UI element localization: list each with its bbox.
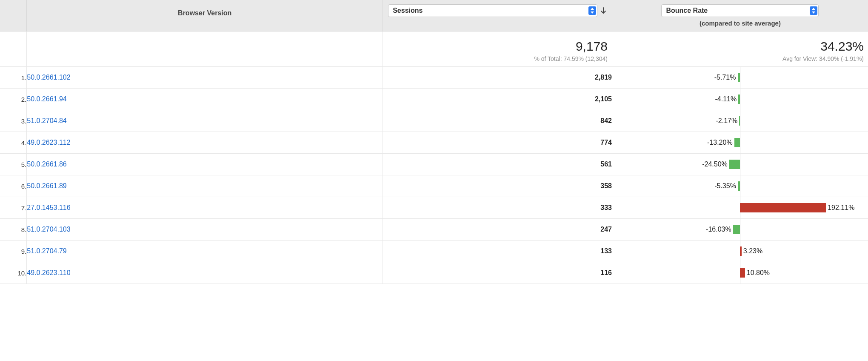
table-row: 1.50.0.2661.1022,819-5.71%	[0, 67, 868, 89]
bounce-comparison-cell: 3.23%	[612, 241, 868, 262]
browser-version-label: Browser Version	[27, 0, 383, 26]
negative-bar	[729, 160, 740, 169]
header-index	[0, 0, 27, 32]
midline	[740, 219, 740, 240]
row-index: 10.	[0, 262, 27, 284]
row-index: 2.	[0, 89, 27, 110]
bounce-comparison-cell: 192.11%	[612, 197, 868, 219]
bounce-comparison-cell: -5.71%	[612, 67, 868, 89]
bounce-comparison-cell: -24.50%	[612, 154, 868, 175]
bounce-comparison-cell: -5.35%	[612, 175, 868, 197]
midline	[740, 89, 740, 110]
browser-version-link[interactable]: 51.0.2704.84	[27, 117, 66, 124]
browser-version-link[interactable]: 49.0.2623.112	[27, 139, 70, 146]
sessions-value: 133	[383, 241, 612, 262]
midline	[740, 67, 740, 88]
sessions-value: 774	[383, 132, 612, 154]
bounce-delta-label: -16.03%	[706, 226, 731, 233]
bounce-select-label: Bounce Rate	[666, 7, 708, 14]
negative-bar	[733, 225, 740, 234]
positive-bar	[740, 203, 826, 212]
sessions-value: 358	[383, 175, 612, 197]
table-row: 3.51.0.2704.84842-2.17%	[0, 110, 868, 132]
row-index: 4.	[0, 132, 27, 154]
sessions-subtext: % of Total: 74.59% (12,304)	[387, 55, 608, 62]
browser-version-cell: 51.0.2704.84	[27, 110, 383, 132]
bounce-delta-label: -13.20%	[707, 139, 733, 146]
browser-version-cell: 27.0.1453.116	[27, 197, 383, 219]
browser-version-link[interactable]: 51.0.2704.79	[27, 247, 66, 255]
row-index: 9.	[0, 241, 27, 262]
positive-bar	[740, 246, 741, 256]
header-row: Browser Version Sessions	[0, 0, 868, 32]
select-arrows-icon	[588, 6, 596, 15]
table-row: 7.27.0.1453.116333192.11%	[0, 197, 868, 219]
negative-bar	[738, 181, 740, 191]
positive-bar	[740, 268, 745, 278]
table-row: 10.49.0.2623.11011610.80%	[0, 262, 868, 284]
browser-version-cell: 50.0.2661.102	[27, 67, 383, 89]
negative-bar	[739, 116, 740, 126]
bounce-subtitle: (compared to site average)	[617, 20, 863, 27]
midline	[740, 110, 740, 132]
bounce-comparison-cell: -13.20%	[612, 132, 868, 154]
browser-version-cell: 50.0.2661.86	[27, 154, 383, 175]
browser-version-link[interactable]: 50.0.2661.86	[27, 160, 66, 168]
bounce-delta-label: 192.11%	[828, 204, 854, 212]
bounce-total: 34.23%	[617, 39, 864, 54]
sessions-select-label: Sessions	[393, 7, 423, 14]
header-browser-version[interactable]: Browser Version	[27, 0, 383, 32]
header-bounce-rate: Bounce Rate (compared to site average)	[612, 0, 868, 32]
sessions-value: 2,819	[383, 67, 612, 89]
table-row: 9.51.0.2704.791333.23%	[0, 241, 868, 262]
browser-version-link[interactable]: 50.0.2661.94	[27, 95, 66, 103]
browser-version-link[interactable]: 50.0.2661.89	[27, 182, 66, 189]
row-index: 6.	[0, 175, 27, 197]
negative-bar	[734, 138, 740, 147]
browser-version-link[interactable]: 51.0.2704.103	[27, 226, 70, 233]
table-row: 4.49.0.2623.112774-13.20%	[0, 132, 868, 154]
sessions-value: 561	[383, 154, 612, 175]
bounce-delta-label: -2.17%	[716, 117, 738, 125]
bounce-delta-label: 10.80%	[747, 269, 770, 277]
row-index: 3.	[0, 110, 27, 132]
bounce-delta-label: -5.35%	[714, 182, 736, 190]
bounce-subtext: Avg for View: 34.90% (-1.91%)	[617, 55, 864, 62]
sessions-value: 247	[383, 219, 612, 241]
table-row: 6.50.0.2661.89358-5.35%	[0, 175, 868, 197]
negative-bar	[738, 95, 740, 104]
header-sessions: Sessions	[383, 0, 612, 32]
bounce-comparison-cell: 10.80%	[612, 262, 868, 284]
bounce-delta-label: -24.50%	[702, 160, 728, 168]
browser-version-link[interactable]: 49.0.2623.110	[27, 269, 70, 276]
browser-version-cell: 50.0.2661.94	[27, 89, 383, 110]
table-row: 2.50.0.2661.942,105-4.11%	[0, 89, 868, 110]
bounce-metric-select[interactable]: Bounce Rate	[661, 4, 819, 17]
bounce-delta-label: -4.11%	[715, 95, 737, 103]
sort-descending-icon[interactable]	[600, 7, 607, 14]
summary-row: 9,178 % of Total: 74.59% (12,304) 34.23%…	[0, 32, 868, 67]
bounce-comparison-cell: -2.17%	[612, 110, 868, 132]
table-row: 8.51.0.2704.103247-16.03%	[0, 219, 868, 241]
browser-version-cell: 51.0.2704.79	[27, 241, 383, 262]
midline	[740, 154, 740, 175]
sessions-value: 842	[383, 110, 612, 132]
sessions-value: 2,105	[383, 89, 612, 110]
sessions-metric-select[interactable]: Sessions	[388, 4, 597, 17]
browser-version-link[interactable]: 27.0.1453.116	[27, 204, 70, 211]
bounce-delta-label: 3.23%	[743, 247, 762, 255]
row-index: 1.	[0, 67, 27, 89]
bounce-comparison-cell: -4.11%	[612, 89, 868, 110]
table-row: 5.50.0.2661.86561-24.50%	[0, 154, 868, 175]
sessions-total: 9,178	[387, 39, 608, 54]
row-index: 8.	[0, 219, 27, 241]
browser-version-link[interactable]: 50.0.2661.102	[27, 74, 70, 81]
browser-version-cell: 49.0.2623.112	[27, 132, 383, 154]
browser-version-cell: 50.0.2661.89	[27, 175, 383, 197]
bounce-comparison-cell: -16.03%	[612, 219, 868, 241]
midline	[740, 175, 740, 197]
select-arrows-icon	[810, 6, 817, 15]
midline	[740, 132, 740, 153]
sessions-value: 333	[383, 197, 612, 219]
analytics-comparison-table: Browser Version Sessions	[0, 0, 868, 284]
